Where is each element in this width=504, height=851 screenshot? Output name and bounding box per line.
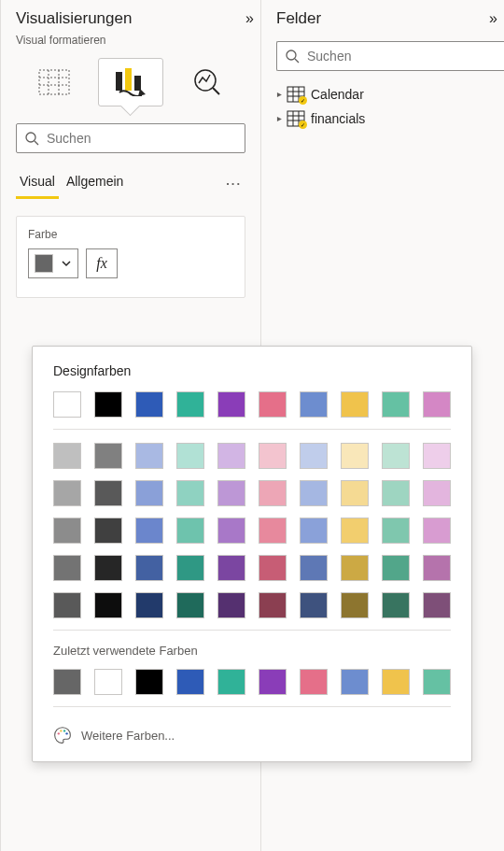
- color-swatch[interactable]: [53, 555, 81, 581]
- color-swatch[interactable]: [53, 669, 81, 695]
- color-swatch[interactable]: [176, 443, 204, 469]
- color-swatch[interactable]: [135, 555, 163, 581]
- color-swatch[interactable]: [300, 518, 328, 544]
- color-swatch[interactable]: [176, 555, 204, 581]
- recent-colors-row: [53, 669, 451, 695]
- color-swatch[interactable]: [217, 669, 245, 695]
- color-swatch[interactable]: [300, 391, 328, 418]
- color-swatch[interactable]: [300, 555, 328, 581]
- color-swatch[interactable]: [53, 443, 81, 469]
- color-swatch[interactable]: [53, 518, 81, 544]
- color-swatch[interactable]: [94, 518, 122, 544]
- color-swatch[interactable]: [259, 555, 287, 581]
- color-swatch[interactable]: [217, 391, 245, 418]
- color-swatch[interactable]: [382, 391, 410, 418]
- color-swatch[interactable]: [217, 592, 245, 618]
- color-swatch[interactable]: [217, 518, 245, 544]
- analytics-tab[interactable]: [175, 58, 240, 106]
- color-swatch[interactable]: [341, 669, 369, 695]
- search-icon: [285, 49, 300, 64]
- svg-point-10: [26, 133, 35, 142]
- color-swatch[interactable]: [423, 443, 451, 469]
- table-item-financials[interactable]: ▾ ✓ financials: [261, 106, 504, 131]
- palette-icon: [53, 726, 72, 745]
- color-swatch[interactable]: [259, 669, 287, 695]
- table-item-calendar[interactable]: ▾ ✓ Calendar: [261, 82, 504, 106]
- color-swatch[interactable]: [259, 592, 287, 618]
- color-swatch[interactable]: [382, 669, 410, 695]
- color-swatch[interactable]: [94, 480, 122, 506]
- color-swatch[interactable]: [382, 443, 410, 469]
- color-swatch[interactable]: [135, 391, 163, 418]
- color-swatch[interactable]: [176, 669, 204, 695]
- color-swatch[interactable]: [217, 443, 245, 469]
- color-swatch[interactable]: [382, 518, 410, 544]
- color-swatch[interactable]: [382, 592, 410, 618]
- color-swatch[interactable]: [53, 391, 81, 418]
- color-swatch[interactable]: [94, 669, 122, 695]
- format-visual-tab[interactable]: [98, 58, 163, 106]
- fields-search-box[interactable]: [276, 41, 504, 71]
- recent-colors-heading: Zuletzt verwendete Farben: [53, 644, 451, 658]
- color-swatch[interactable]: [135, 669, 163, 695]
- color-swatch[interactable]: [135, 480, 163, 506]
- color-swatch[interactable]: [176, 592, 204, 618]
- color-swatch[interactable]: [176, 480, 204, 506]
- color-swatch[interactable]: [217, 480, 245, 506]
- collapse-fields-icon[interactable]: »: [489, 10, 493, 27]
- color-swatch[interactable]: [382, 555, 410, 581]
- more-options-icon[interactable]: ···: [222, 177, 245, 191]
- theme-colors-heading: Designfarben: [53, 363, 451, 378]
- fields-title: Felder: [276, 9, 321, 28]
- color-swatch[interactable]: [300, 480, 328, 506]
- color-swatch[interactable]: [300, 669, 328, 695]
- color-swatch[interactable]: [341, 518, 369, 544]
- color-swatch[interactable]: [423, 592, 451, 618]
- color-swatch[interactable]: [423, 555, 451, 581]
- color-swatch[interactable]: [423, 518, 451, 544]
- color-swatch[interactable]: [341, 480, 369, 506]
- color-swatch[interactable]: [259, 443, 287, 469]
- color-swatch[interactable]: [382, 480, 410, 506]
- color-swatch[interactable]: [341, 555, 369, 581]
- color-swatch[interactable]: [217, 555, 245, 581]
- color-swatch[interactable]: [176, 518, 204, 544]
- color-swatch[interactable]: [259, 518, 287, 544]
- color-swatch[interactable]: [423, 669, 451, 695]
- color-swatch[interactable]: [135, 592, 163, 618]
- color-swatch[interactable]: [135, 518, 163, 544]
- collapse-panel-icon[interactable]: »: [245, 10, 249, 27]
- build-visual-tab[interactable]: [21, 58, 87, 106]
- svg-point-27: [65, 732, 67, 734]
- color-swatch[interactable]: [176, 391, 204, 418]
- table-grid-icon: [38, 69, 70, 95]
- color-swatch[interactable]: [53, 480, 81, 506]
- color-property-card: Farbe fx: [16, 216, 245, 298]
- format-search-box[interactable]: [16, 123, 245, 153]
- format-search-input[interactable]: [47, 131, 237, 146]
- panel-subtitle: Visual formatieren: [1, 34, 260, 52]
- color-swatch[interactable]: [53, 592, 81, 618]
- color-swatch[interactable]: [94, 443, 122, 469]
- color-swatch[interactable]: [135, 443, 163, 469]
- color-swatch[interactable]: [423, 391, 451, 418]
- tab-visual[interactable]: Visual: [16, 168, 59, 199]
- expand-icon: ▾: [273, 92, 284, 97]
- color-swatch[interactable]: [341, 443, 369, 469]
- color-swatch[interactable]: [94, 592, 122, 618]
- more-colors-button[interactable]: Weitere Farben...: [53, 720, 451, 748]
- color-swatch[interactable]: [259, 391, 287, 418]
- color-swatch[interactable]: [341, 391, 369, 418]
- color-swatch[interactable]: [341, 592, 369, 618]
- svg-rect-7: [134, 76, 141, 91]
- color-swatch[interactable]: [94, 391, 122, 418]
- tab-general[interactable]: Allgemein: [63, 168, 127, 199]
- fx-button[interactable]: fx: [86, 248, 118, 278]
- color-swatch[interactable]: [259, 480, 287, 506]
- fields-search-input[interactable]: [307, 49, 497, 64]
- color-swatch[interactable]: [300, 592, 328, 618]
- color-swatch[interactable]: [423, 480, 451, 506]
- color-swatch[interactable]: [94, 555, 122, 581]
- color-dropdown[interactable]: [28, 248, 78, 278]
- color-swatch[interactable]: [300, 443, 328, 469]
